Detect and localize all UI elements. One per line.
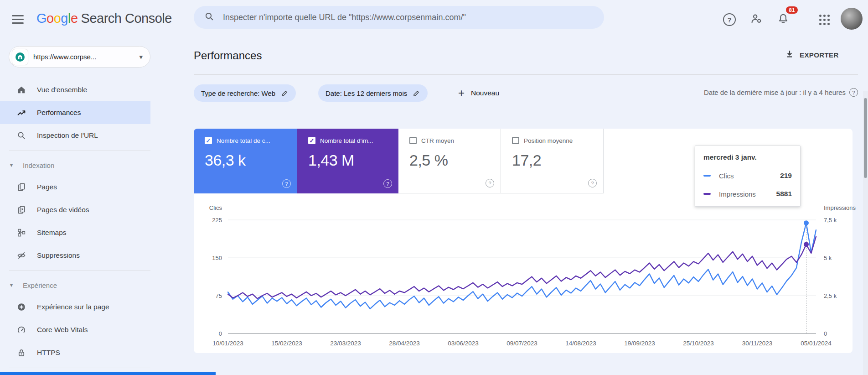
- google-search-console-logo: GoogleSearch Console: [36, 11, 172, 26]
- bell-icon: [777, 12, 790, 27]
- export-button[interactable]: EXPORTER: [785, 49, 839, 60]
- sidebar-item-suppressions[interactable]: Suppressions: [0, 244, 150, 267]
- sidebar-item-pages-videos[interactable]: Pages de vidéos: [0, 198, 150, 221]
- chart-tooltip: mercredi 3 janv. Clics 219 Impressions 5…: [695, 146, 801, 207]
- header-divider: [194, 74, 858, 75]
- metric-value: 2,5 %: [409, 151, 501, 169]
- property-favicon: [12, 49, 28, 65]
- lock-icon: [16, 348, 26, 358]
- app: GoogleSearch Console ?: [0, 0, 868, 375]
- edit-pencil-icon: [281, 89, 289, 97]
- filter-chip-search-type[interactable]: Type de recherche: Web: [194, 84, 296, 102]
- sidebar-nav: Vue d'ensemble Performances Inspection d…: [0, 73, 150, 372]
- svg-text:0: 0: [824, 330, 827, 337]
- tooltip-row-impressions: Impressions 5881: [703, 190, 792, 198]
- top-bar: GoogleSearch Console ?: [0, 0, 868, 40]
- sidebar-item-sitemaps[interactable]: Sitemaps: [0, 221, 150, 244]
- metric-value: 36,3 k: [205, 151, 297, 169]
- svg-text:Impressions: Impressions: [824, 204, 856, 211]
- metric-value: 17,2: [512, 151, 603, 169]
- svg-text:23/03/2023: 23/03/2023: [330, 340, 361, 347]
- svg-text:10/01/2023: 10/01/2023: [212, 340, 243, 347]
- sidebar-section-indexation[interactable]: ▾ Indexation: [0, 155, 150, 176]
- edit-pencil-icon: [413, 89, 420, 97]
- logo-letter: e: [71, 11, 78, 26]
- svg-text:05/01/2024: 05/01/2024: [801, 340, 832, 347]
- svg-text:19/09/2023: 19/09/2023: [624, 340, 655, 347]
- metric-card-position[interactable]: Position moyenne 17,2 ?: [501, 129, 604, 193]
- google-apps-button[interactable]: [817, 13, 831, 26]
- sitemaps-icon: [16, 228, 26, 238]
- sidebar-item-core-web-vitals[interactable]: Core Web Vitals: [0, 318, 150, 341]
- metric-card-impressions[interactable]: ✓ Nombre total d'im... 1,43 M ?: [297, 129, 398, 193]
- svg-text:5 k: 5 k: [824, 255, 832, 261]
- search-input[interactable]: [222, 12, 593, 23]
- plus-icon: +: [458, 87, 465, 99]
- tooltip-date: mercredi 3 janv.: [703, 153, 792, 161]
- checkbox-unchecked-icon[interactable]: [512, 137, 519, 144]
- impressions-series-swatch: [703, 193, 711, 195]
- tooltip-row-clics: Clics 219: [703, 172, 792, 180]
- sidebar-item-pages[interactable]: Pages: [0, 176, 150, 198]
- checkbox-unchecked-icon[interactable]: [409, 137, 417, 144]
- checkbox-checked-icon[interactable]: ✓: [308, 137, 315, 144]
- logo-letter: o: [54, 11, 61, 26]
- svg-text:30/11/2023: 30/11/2023: [742, 340, 773, 347]
- pages-icon: [16, 182, 26, 192]
- url-inspection-searchbar[interactable]: [194, 6, 604, 29]
- filter-chip-date[interactable]: Date: Les 12 derniers mois: [318, 84, 428, 102]
- clics-series-swatch: [703, 175, 711, 177]
- svg-text:150: 150: [212, 255, 222, 261]
- svg-text:14/08/2023: 14/08/2023: [565, 340, 596, 347]
- performance-panel: ✓ Nombre total de c... 36,3 k ? ✓ Nombre…: [194, 129, 852, 353]
- checkbox-checked-icon[interactable]: ✓: [205, 137, 212, 144]
- bottom-blue-bar: [0, 372, 216, 375]
- notification-count-badge: 81: [786, 6, 798, 14]
- property-url-label: https://www.corpse...: [33, 53, 139, 61]
- svg-text:2,5 k: 2,5 k: [824, 292, 837, 299]
- help-icon[interactable]: ?: [588, 179, 597, 188]
- metric-card-clicks[interactable]: ✓ Nombre total de c... 36,3 k ?: [194, 129, 297, 193]
- sidebar-item-https[interactable]: HTTPS: [0, 341, 150, 364]
- sidebar-section-experience[interactable]: ▾ Expérience: [0, 275, 150, 296]
- svg-text:03/06/2023: 03/06/2023: [448, 340, 479, 347]
- section-collapse-icon: ▾: [10, 162, 16, 168]
- metric-card-ctr[interactable]: CTR moyen 2,5 % ?: [398, 129, 501, 193]
- last-updated-row: Date de la dernière mise à jour : il y a…: [670, 88, 858, 97]
- svg-text:09/07/2023: 09/07/2023: [506, 340, 537, 347]
- sidebar-item-performances[interactable]: Performances: [0, 101, 150, 124]
- avatar[interactable]: [841, 8, 863, 30]
- help-icon[interactable]: ?: [383, 179, 392, 188]
- user-settings-button[interactable]: [749, 13, 763, 26]
- sidebar-divider: [9, 271, 150, 271]
- svg-text:Clics: Clics: [209, 204, 222, 211]
- metric-value: 1,43 M: [308, 151, 398, 169]
- eye-off-icon: [16, 250, 26, 260]
- logo-letter: o: [46, 11, 54, 26]
- video-pages-icon: [16, 205, 26, 215]
- apps-grid-icon: [819, 15, 830, 25]
- help-button[interactable]: ?: [723, 13, 736, 26]
- sidebar-item-inspection-url[interactable]: Inspection de l'URL: [0, 124, 150, 147]
- sidebar-divider: [9, 368, 150, 368]
- sidebar-item-vue-densemble[interactable]: Vue d'ensemble: [0, 78, 150, 101]
- scrollbar-thumb[interactable]: [864, 98, 867, 178]
- property-selector[interactable]: https://www.corpse... ▾: [9, 46, 150, 68]
- svg-text:75: 75: [216, 292, 222, 299]
- sidebar-item-experience-page[interactable]: Expérience sur la page: [0, 296, 150, 318]
- search-icon: [16, 130, 26, 141]
- download-icon: [785, 49, 794, 60]
- help-icon[interactable]: ?: [849, 88, 858, 97]
- performance-chart[interactable]: 2251507507,5 k5 k2,5 k0ClicsImpressions1…: [194, 199, 852, 353]
- svg-text:225: 225: [212, 217, 222, 224]
- sidebar-divider: [9, 151, 150, 151]
- search-icon: [205, 12, 214, 23]
- notifications-button[interactable]: [776, 13, 790, 26]
- hamburger-menu-icon[interactable]: [12, 15, 24, 24]
- svg-text:7,5 k: 7,5 k: [824, 217, 837, 224]
- svg-text:28/04/2023: 28/04/2023: [389, 340, 420, 347]
- svg-text:25/10/2023: 25/10/2023: [683, 340, 714, 347]
- help-icon[interactable]: ?: [282, 179, 291, 188]
- new-filter-button[interactable]: + Nouveau: [458, 84, 499, 102]
- help-icon[interactable]: ?: [486, 179, 494, 188]
